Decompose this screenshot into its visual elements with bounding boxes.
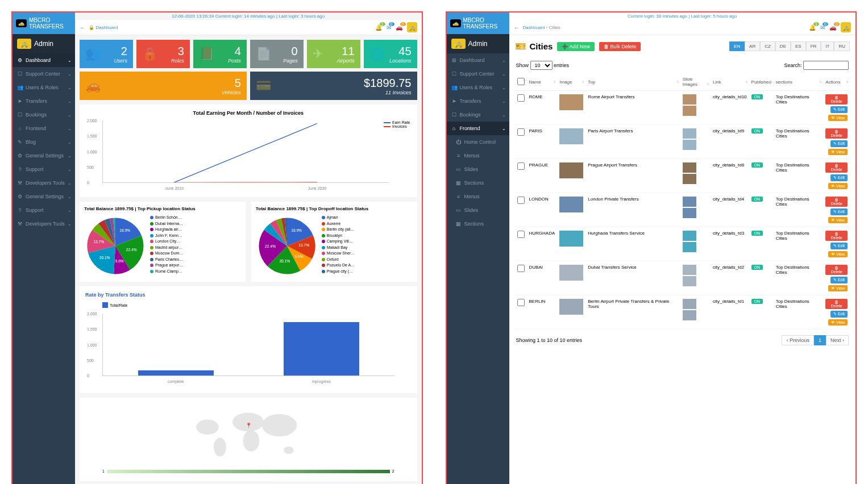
view-button[interactable]: 👁 View bbox=[828, 115, 848, 121]
sidebar-item-dashboard[interactable]: ⚙Dashboard⌄ bbox=[13, 53, 75, 67]
sidebar-item-bookings[interactable]: ☐Bookings⌄ bbox=[447, 108, 509, 122]
published-badge[interactable]: ON bbox=[751, 94, 763, 99]
view-button[interactable]: 👁 View bbox=[828, 217, 848, 223]
sidebar-item-support[interactable]: ?Support⌄ bbox=[13, 162, 75, 176]
published-badge[interactable]: ON bbox=[751, 299, 763, 304]
edit-button[interactable]: ✎ Edit bbox=[830, 106, 848, 113]
sidebar-item-blog[interactable]: ✎Blog⌄ bbox=[13, 135, 75, 149]
view-button[interactable]: 👁 View bbox=[828, 251, 848, 257]
sidebar-item-slides[interactable]: ▭Slides bbox=[447, 203, 509, 217]
row-checkbox[interactable] bbox=[517, 162, 525, 170]
delete-button[interactable]: 🗑 Delete bbox=[825, 231, 848, 241]
stat-locations[interactable]: 🌐45Locations bbox=[364, 40, 417, 68]
prev-button[interactable]: ‹ Previous bbox=[782, 335, 814, 345]
view-button[interactable]: 👁 View bbox=[828, 285, 848, 291]
sidebar-item-menus[interactable]: ≡Menus bbox=[447, 149, 509, 162]
published-badge[interactable]: ON bbox=[751, 162, 763, 168]
bell-icon[interactable]: 🔔1 bbox=[375, 24, 382, 31]
avatar[interactable]: 🚕 bbox=[407, 22, 417, 32]
add-new-button[interactable]: ➕ Add New bbox=[557, 42, 595, 51]
published-badge[interactable]: ON bbox=[751, 265, 763, 270]
delete-button[interactable]: 🗑 Delete bbox=[825, 197, 848, 207]
lang-ar[interactable]: AR bbox=[745, 41, 760, 51]
lang-en[interactable]: EN bbox=[729, 41, 745, 51]
col-link[interactable]: Link⇅ bbox=[711, 73, 749, 91]
view-button[interactable]: 👁 View bbox=[828, 183, 848, 189]
col-slide-images[interactable]: Slide Images⇅ bbox=[680, 73, 711, 91]
sidebar-item-menus[interactable]: ≡Menus bbox=[447, 190, 509, 203]
avatar[interactable]: 🚕 bbox=[841, 22, 851, 32]
published-badge[interactable]: ON bbox=[751, 231, 763, 236]
stat-pages[interactable]: 📄0Pages bbox=[250, 40, 304, 68]
edit-button[interactable]: ✎ Edit bbox=[830, 311, 848, 318]
col-image[interactable]: Image⇅ bbox=[557, 73, 585, 91]
search-input[interactable] bbox=[803, 61, 849, 70]
page-1[interactable]: 1 bbox=[814, 335, 826, 345]
stat-airports[interactable]: ✈11Airports bbox=[307, 40, 360, 68]
bell-icon[interactable]: 🔔1 bbox=[809, 24, 816, 31]
delete-button[interactable]: 🗑 Delete bbox=[825, 162, 848, 173]
mail-icon[interactable]: ✉0 bbox=[820, 24, 825, 31]
col-name[interactable]: Name⇅ bbox=[527, 73, 558, 91]
published-badge[interactable]: ON bbox=[751, 197, 763, 202]
entries-select[interactable]: 10 bbox=[530, 61, 553, 70]
bulk-delete-button[interactable]: 🗑 Bulk Delete bbox=[599, 42, 641, 51]
sidebar-item-support-center[interactable]: ☐Support Center⌄ bbox=[447, 67, 509, 81]
row-checkbox[interactable] bbox=[517, 128, 525, 136]
sidebar-item-frontend[interactable]: ⌂Frontend⌄ bbox=[447, 122, 509, 135]
sidebar-item-sections[interactable]: ▦Sections bbox=[447, 217, 509, 231]
breadcrumb-dashboard[interactable]: Dashboard bbox=[523, 25, 545, 30]
sidebar-item-home-control[interactable]: ⏻Home Control bbox=[447, 135, 509, 149]
breadcrumb-dashboard[interactable]: Dashboard bbox=[95, 25, 118, 30]
delete-button[interactable]: 🗑 Delete bbox=[825, 265, 848, 275]
stat-users[interactable]: 👥2Users bbox=[80, 40, 133, 68]
sidebar-item-bookings[interactable]: ☐Bookings⌄ bbox=[13, 108, 75, 122]
lang-de[interactable]: DE bbox=[775, 41, 791, 51]
lang-fr[interactable]: FR bbox=[806, 41, 821, 51]
view-button[interactable]: 👁 View bbox=[828, 149, 848, 155]
delete-button[interactable]: 🗑 Delete bbox=[825, 128, 848, 139]
col-actions[interactable]: Actions⇅ bbox=[823, 73, 850, 91]
edit-button[interactable]: ✎ Edit bbox=[830, 277, 848, 283]
sidebar-item-developers-tools[interactable]: ⚒Developers Tools⌄ bbox=[13, 176, 75, 190]
sidebar-item-support[interactable]: ?Support⌄ bbox=[13, 203, 75, 217]
delete-button[interactable]: 🗑 Delete bbox=[825, 94, 848, 105]
lang-es[interactable]: ES bbox=[791, 41, 806, 51]
back-icon[interactable]: ← bbox=[514, 24, 520, 31]
stat-roles[interactable]: 🔒3Roles bbox=[136, 40, 190, 68]
car-icon[interactable]: 🚗0 bbox=[829, 24, 836, 31]
stat-vehicles[interactable]: 🚗5Vehicles bbox=[80, 72, 247, 100]
sidebar-item-developers-tools[interactable]: ⚒Developers Tools⌄ bbox=[13, 217, 75, 231]
col-checkbox[interactable]: ⇅ bbox=[515, 73, 527, 91]
published-badge[interactable]: ON bbox=[751, 128, 763, 133]
row-checkbox[interactable] bbox=[517, 197, 525, 204]
lang-cz[interactable]: CZ bbox=[760, 41, 775, 51]
sidebar-item-frontend[interactable]: ⌂Frontend⌄ bbox=[13, 122, 75, 135]
edit-button[interactable]: ✎ Edit bbox=[830, 140, 848, 147]
view-button[interactable]: 👁 View bbox=[828, 319, 848, 326]
next-button[interactable]: Next › bbox=[826, 335, 849, 345]
row-checkbox[interactable] bbox=[517, 299, 525, 306]
col-sections[interactable]: sections⇅ bbox=[774, 73, 824, 91]
lang-ru[interactable]: RU bbox=[834, 41, 850, 51]
delete-button[interactable]: 🗑 Delete bbox=[825, 299, 848, 309]
sidebar-item-transfers[interactable]: ➤Transfers⌄ bbox=[13, 94, 75, 108]
stat-posts[interactable]: 📕4Posts bbox=[193, 40, 247, 68]
row-checkbox[interactable] bbox=[517, 94, 525, 102]
sidebar-item-dashboard[interactable]: ⊞Dashboard⌄ bbox=[447, 53, 509, 67]
lang-it[interactable]: IT bbox=[821, 41, 834, 51]
col-published[interactable]: Published⇅ bbox=[749, 73, 774, 91]
stat-11-invoices[interactable]: 💳$1899.7511 Invoices bbox=[250, 72, 417, 100]
mail-icon[interactable]: ✉0 bbox=[387, 24, 391, 31]
sidebar-item-support-center[interactable]: ☐Support Center⌄ bbox=[13, 67, 75, 81]
sidebar-item-sections[interactable]: ▦Sections bbox=[447, 176, 509, 190]
row-checkbox[interactable] bbox=[517, 231, 525, 238]
edit-button[interactable]: ✎ Edit bbox=[830, 208, 848, 215]
row-checkbox[interactable] bbox=[517, 265, 525, 272]
sidebar-item-general-settings[interactable]: ⚙General Settings⌄ bbox=[13, 190, 75, 203]
sidebar-item-slides[interactable]: ▭Slides bbox=[447, 162, 509, 176]
col-top[interactable]: Top⇅ bbox=[585, 73, 680, 91]
edit-button[interactable]: ✎ Edit bbox=[830, 243, 848, 249]
sidebar-item-transfers[interactable]: ➤Transfers⌄ bbox=[447, 94, 509, 108]
sidebar-item-users-&-roles[interactable]: 👥Users & Roles⌄ bbox=[447, 81, 509, 94]
